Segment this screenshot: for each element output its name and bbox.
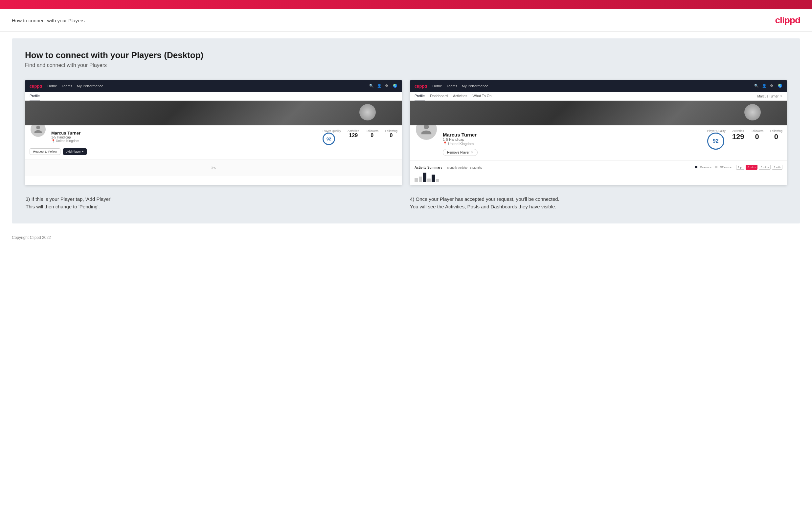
profile-details-left: Marcus Turner 1-5 Handicap 📍 United King… (51, 129, 318, 143)
on-course-label: On course (700, 166, 712, 169)
following-label-left: Following (385, 129, 398, 132)
tab-activities-right[interactable]: Activities (453, 92, 467, 100)
nav-home-left[interactable]: Home (47, 84, 57, 88)
player-location-left: 📍 United Kingdom (51, 139, 318, 143)
filter-3mths[interactable]: 3 mths (759, 165, 771, 170)
scissors-icon: ✂ (211, 164, 216, 172)
footer: Copyright Clippd 2022 (0, 230, 812, 245)
plus-icon-left: + (82, 150, 84, 153)
player-name-right: Marcus Turner (443, 132, 703, 137)
followers-label-right: Followers (751, 129, 763, 132)
stat-quality-left: Player Quality 92 (322, 129, 341, 145)
stat-quality-right: Player Quality 92 (707, 129, 726, 150)
description-text-left: 3) If this is your Player tap, 'Add Play… (26, 195, 402, 210)
nav-teams-left[interactable]: Teams (62, 84, 72, 88)
top-bar (0, 0, 812, 9)
request-follow-button[interactable]: Request to Follow (30, 148, 60, 155)
location-pin-icon-right: 📍 (443, 142, 447, 146)
quality-circle-right: 92 (707, 132, 724, 150)
app-nav-links-left: Home Teams My Performance (47, 84, 369, 88)
profile-stats-right: Player Quality 92 Activities 129 Followe… (707, 129, 782, 150)
app-logo-left: clippd (30, 84, 42, 89)
app-nav-icons-right: 🔍 👤 ⚙ 🌏 (754, 84, 782, 88)
screenshot-right: clippd Home Teams My Performance 🔍 👤 ⚙ 🌏… (410, 80, 787, 185)
app-navbar-right: clippd Home Teams My Performance 🔍 👤 ⚙ 🌏 (410, 80, 787, 92)
on-course-dot (695, 166, 697, 168)
app-navbar-left: clippd Home Teams My Performance 🔍 👤 ⚙ 🌏 (25, 80, 402, 92)
page-subtitle: Find and connect with your Players (25, 62, 787, 68)
activity-legend: On course Off course (695, 166, 732, 169)
profile-info-row-right: Marcus Turner 1-5 Handicap 📍 United King… (414, 129, 782, 156)
off-course-label: Off course (720, 166, 732, 169)
clippd-logo: clippd (775, 15, 800, 25)
chevron-down-icon-right: ▼ (780, 95, 782, 98)
search-icon-left[interactable]: 🔍 (369, 84, 374, 88)
filter-6mths[interactable]: 6 mths (746, 165, 757, 170)
nav-performance-right[interactable]: My Performance (462, 84, 489, 88)
activities-label-left: Activities (348, 129, 359, 132)
stat-following-left: Following 0 (385, 129, 398, 138)
following-value-right: 0 (770, 132, 782, 141)
screenshot-bottom-left: ✂ (25, 160, 402, 176)
activities-value-right: 129 (732, 132, 744, 141)
player-handicap-left: 1-5 Handicap (51, 135, 318, 139)
tab-profile-right[interactable]: Profile (414, 92, 425, 100)
globe-icon-left[interactable]: 🌏 (393, 84, 398, 88)
page-title: How to connect with your Players (Deskto… (25, 50, 787, 60)
activity-summary: Activity Summary Monthly Activity · 6 Mo… (410, 161, 787, 185)
nav-teams-right[interactable]: Teams (447, 84, 457, 88)
filter-1mth[interactable]: 1 mth (772, 165, 782, 170)
following-label-right: Following (770, 129, 782, 132)
add-player-button[interactable]: Add Player + (63, 148, 87, 155)
followers-value-right: 0 (751, 132, 763, 141)
stat-activities-left: Activities 129 (348, 129, 359, 138)
activity-title: Activity Summary (414, 166, 442, 169)
profile-section-left: Marcus Turner 1-5 Handicap 📍 United King… (25, 125, 402, 160)
activity-filters: 1 yr 6 mths 3 mths 1 mth (736, 165, 782, 170)
profile-section-right: Marcus Turner 1-5 Handicap 📍 United King… (410, 125, 787, 161)
user-icon-right[interactable]: 👤 (762, 84, 767, 88)
golf-banner-left (25, 101, 402, 125)
app-logo-right: clippd (414, 84, 427, 89)
dropdown-user-right[interactable]: Marcus Turner (757, 95, 778, 98)
tab-whattoon-right[interactable]: What To On (472, 92, 492, 100)
stat-followers-left: Followers 0 (366, 129, 378, 138)
settings-icon-left[interactable]: ⚙ (385, 84, 390, 88)
bar-3 (423, 173, 426, 182)
stat-following-right: Following 0 (770, 129, 782, 141)
bar-6 (436, 179, 439, 182)
quality-label-left: Player Quality (322, 129, 341, 132)
globe-icon-right[interactable]: 🌏 (778, 84, 782, 88)
following-value-left: 0 (385, 132, 398, 138)
screenshots-row: clippd Home Teams My Performance 🔍 👤 ⚙ 🌏… (25, 80, 787, 185)
activities-value-left: 129 (348, 132, 359, 138)
header: How to connect with your Players clippd (0, 9, 812, 32)
tab-profile-left[interactable]: Profile (30, 92, 40, 100)
description-right: 4) Once your Player has accepted your re… (410, 195, 786, 210)
profile-details-right: Marcus Turner 1-5 Handicap 📍 United King… (443, 129, 703, 156)
profile-tab-bar-right: Profile Dashboard Activities What To On … (410, 92, 787, 101)
app-nav-links-right: Home Teams My Performance (432, 84, 754, 88)
action-buttons-left: Request to Follow Add Player + (30, 148, 398, 155)
profile-info-row-left: Marcus Turner 1-5 Handicap 📍 United King… (30, 129, 398, 145)
quality-circle-left: 92 (322, 132, 335, 145)
user-icon-left[interactable]: 👤 (377, 84, 382, 88)
app-nav-icons-left: 🔍 👤 ⚙ 🌏 (369, 84, 398, 88)
player-location-right: 📍 United Kingdom (443, 142, 703, 146)
remove-player-button[interactable]: Remove Player ✕ (443, 149, 477, 156)
main-content: How to connect with your Players (Deskto… (12, 39, 800, 223)
location-pin-icon-left: 📍 (51, 139, 55, 143)
settings-icon-right[interactable]: ⚙ (770, 84, 774, 88)
stat-followers-right: Followers 0 (751, 129, 763, 141)
activity-header: Activity Summary Monthly Activity · 6 Mo… (414, 164, 782, 170)
activity-bars (414, 172, 782, 182)
followers-label-left: Followers (366, 129, 378, 132)
tab-dashboard-right[interactable]: Dashboard (430, 92, 448, 100)
activity-title-group: Activity Summary Monthly Activity · 6 Mo… (414, 164, 482, 170)
nav-performance-left[interactable]: My Performance (77, 84, 103, 88)
copyright-text: Copyright Clippd 2022 (12, 235, 51, 240)
filter-1yr[interactable]: 1 yr (736, 165, 744, 170)
golf-banner-right (410, 101, 787, 125)
search-icon-right[interactable]: 🔍 (754, 84, 759, 88)
nav-home-right[interactable]: Home (432, 84, 442, 88)
